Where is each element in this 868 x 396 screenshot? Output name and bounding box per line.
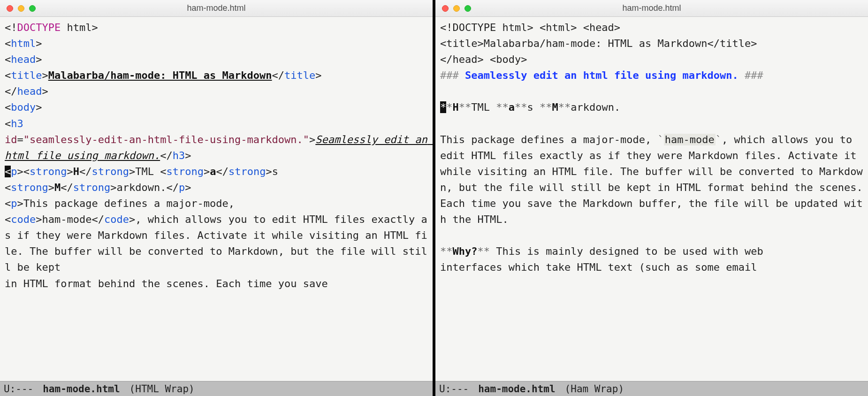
modeline-mode: (Ham Wrap) [565, 383, 624, 395]
traffic-lights [0, 5, 36, 12]
text-TML: TML [471, 101, 496, 113]
lt: < [5, 53, 11, 65]
modeline-right: U:--- ham-mode.html (Ham Wrap) [435, 381, 868, 396]
lt-slash: </ [91, 213, 104, 225]
gt: > [185, 182, 191, 193]
gt: > [185, 150, 191, 161]
close-icon[interactable] [7, 5, 13, 12]
maximize-icon[interactable] [29, 5, 36, 12]
lt: < [160, 166, 166, 177]
tag-code-end: code [104, 213, 129, 225]
modeline-mode: (HTML Wrap) [129, 383, 195, 395]
text-arkdown: arkdown. [571, 101, 620, 113]
bold-M: M [552, 101, 558, 113]
doctype-rest: html> [61, 22, 98, 33]
tag-strong-end: strong [228, 166, 266, 177]
traffic-lights [435, 5, 471, 12]
md-code: ham-mode [664, 134, 716, 145]
tag-strong-end: strong [73, 182, 110, 193]
tick: ` [658, 134, 664, 145]
tag-strong: strong [166, 166, 203, 177]
tick: ` [716, 134, 722, 145]
bold-a: a [509, 101, 515, 113]
cursor-right: * [440, 101, 446, 113]
md-ast: ** [459, 101, 472, 113]
code-text: ham-mode [42, 213, 91, 225]
para-text-a: This package defines a major-mode, [23, 198, 241, 209]
cutoff-left: in HTML format behind the scenes. Each t… [5, 278, 328, 289]
para-a: This package defines a major-mode, [440, 134, 658, 145]
tag-body: body [11, 101, 36, 113]
why-rest: This is mainly designed to be used with … [490, 245, 763, 257]
bold-why: Why? [453, 245, 478, 257]
tag-h3-end: h3 [173, 150, 185, 161]
tag-p: p [11, 166, 17, 177]
buffer-right[interactable]: <!DOCTYPE html> <html> <head> <title>Mal… [435, 17, 868, 381]
tag-head-end: head [17, 85, 42, 97]
gt: > [17, 166, 23, 177]
modeline-left: U:--- ham-mode.html (HTML Wrap) [0, 381, 433, 396]
minimize-icon[interactable] [18, 5, 24, 12]
raw-line-2: <title>Malabarba/ham-mode: HTML as Markd… [440, 38, 757, 49]
lt: < [5, 38, 11, 49]
bold-H: H [73, 166, 79, 177]
tag-title: title [11, 69, 42, 81]
gt: > [36, 101, 42, 113]
para-b: , which allows you to edit HTML files ex… [440, 134, 868, 225]
maximize-icon[interactable] [464, 5, 471, 12]
md-hash-close: ### [745, 69, 763, 81]
h3-text-a: Seaml [315, 134, 346, 145]
md-header: Seamlessly edit an html file using markd… [465, 69, 739, 81]
gt: > [48, 182, 54, 193]
gt: > [42, 69, 48, 81]
lt: < [5, 118, 11, 129]
bold-H: H [453, 101, 459, 113]
doctype-open: <! [5, 22, 17, 33]
lt-slash: </ [61, 182, 73, 193]
raw-line-3: </head> <body> [440, 53, 527, 65]
close-icon[interactable] [442, 5, 449, 12]
minimize-icon[interactable] [453, 5, 460, 12]
tag-strong-end: strong [91, 166, 129, 177]
lt: < [5, 213, 11, 225]
titlebar-left[interactable]: ham-mode.html [0, 0, 433, 17]
md-ast: ** [558, 101, 571, 113]
modeline-status: U:--- [439, 383, 469, 395]
titlebar-right[interactable]: ham-mode.html [435, 0, 868, 17]
buffer-left[interactable]: <!DOCTYPE html> <html> <head> <title>Mal… [0, 17, 433, 381]
modeline-status: U:--- [4, 383, 33, 395]
text-s: s [272, 166, 278, 177]
lt: < [5, 182, 11, 193]
tag-p-end: p [179, 182, 185, 193]
bold-M: M [54, 182, 61, 193]
gt: > [266, 166, 272, 177]
lt-slash: </ [216, 166, 228, 177]
bold-a: a [210, 166, 216, 177]
md-ast: ** [540, 101, 552, 113]
window-title-left: ham-mode.html [0, 3, 433, 13]
tag-strong: strong [11, 182, 48, 193]
gt: > [17, 198, 23, 209]
tag-head: head [11, 53, 36, 65]
lt-slash: </ [272, 69, 285, 81]
modeline-file: ham-mode.html [478, 383, 555, 395]
doctype-kw: DOCTYPE [17, 22, 61, 33]
lt: < [23, 166, 30, 177]
raw-line-1: <!DOCTYPE html> <html> <head> [440, 22, 620, 33]
md-ast: ** [496, 101, 509, 113]
gt: > [110, 182, 116, 193]
text-TML: TML [135, 166, 160, 177]
md-hash-open: ### [440, 69, 459, 81]
gt: > [36, 53, 42, 65]
gt: > [129, 166, 135, 177]
lt: < [5, 69, 11, 81]
tag-code: code [11, 213, 36, 225]
lt-slash: </ [79, 166, 92, 177]
lt-slash: </ [5, 85, 17, 97]
gt: > [309, 134, 315, 145]
editor-pane-right: ham-mode.html <!DOCTYPE html> <html> <he… [435, 0, 868, 396]
md-ast: ** [515, 101, 527, 113]
tag-title-end: title [284, 69, 315, 81]
tag-h3: h3 [11, 118, 23, 129]
tag-p: p [11, 198, 17, 209]
